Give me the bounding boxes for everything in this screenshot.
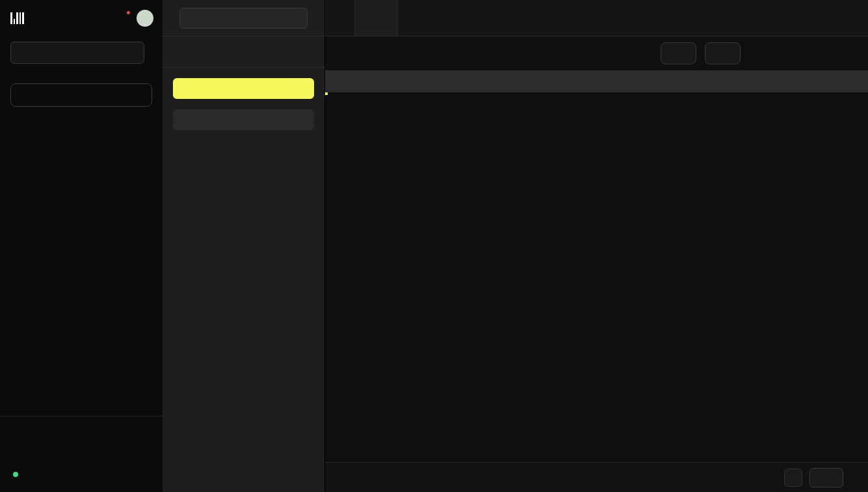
- chat-icon: [10, 448, 21, 459]
- refresh-data-button[interactable]: [838, 44, 858, 63]
- explorer-topbar: [163, 0, 324, 36]
- sidebar: [0, 0, 163, 492]
- database-selector[interactable]: [179, 8, 308, 29]
- clickhouse-logo-icon: [10, 12, 24, 24]
- queries-button[interactable]: [837, 13, 854, 23]
- explorer-tabs: [163, 36, 324, 68]
- organization-section: [0, 378, 163, 405]
- create-query-icon: [670, 48, 681, 59]
- table-icon: [236, 83, 246, 94]
- integrations-icon: [10, 428, 21, 438]
- data-grid: [325, 70, 868, 462]
- new-table-button[interactable]: [173, 78, 314, 99]
- sidebar-item-chat-support[interactable]: [10, 444, 152, 463]
- meetups-icon: [10, 389, 21, 400]
- page-number-input[interactable]: [809, 468, 843, 487]
- database-icon: [186, 13, 196, 23]
- workspace-row: [0, 36, 163, 73]
- status-dot: [13, 472, 18, 477]
- table-icon: [368, 13, 378, 23]
- system-status[interactable]: [10, 465, 152, 484]
- add-tab-button[interactable]: [398, 0, 429, 36]
- sort-button[interactable]: [777, 44, 796, 63]
- connect-wrap: [0, 73, 163, 117]
- connect-icon: [19, 90, 29, 100]
- main-area: [325, 0, 868, 492]
- queries-icon: [837, 13, 848, 23]
- grid-header: [325, 70, 868, 92]
- insert-row-icon: [715, 48, 725, 59]
- create-query-button[interactable]: [661, 42, 696, 64]
- prev-page-button[interactable]: [784, 469, 802, 487]
- notifications-button[interactable]: [116, 10, 131, 26]
- connect-button[interactable]: [10, 83, 152, 107]
- sidebar-footer: [0, 416, 163, 492]
- tab-cell-towers[interactable]: [355, 0, 398, 36]
- tab-queries[interactable]: [244, 36, 325, 67]
- strip-right: [837, 13, 868, 23]
- search-box: [173, 109, 314, 130]
- tab-tables[interactable]: [163, 36, 244, 67]
- avatar[interactable]: [137, 10, 153, 27]
- filter-button[interactable]: [749, 44, 769, 63]
- search-input[interactable]: [185, 115, 308, 125]
- export-button[interactable]: [810, 44, 830, 63]
- sidebar-item-meetups[interactable]: [10, 383, 152, 405]
- explorer-panel: [163, 0, 325, 492]
- home-button[interactable]: [325, 0, 355, 36]
- app-root: [0, 0, 868, 492]
- sidebar-item-integrations[interactable]: [10, 423, 152, 443]
- explorer-body: [163, 68, 324, 157]
- pagination: [784, 468, 858, 487]
- notification-dot: [126, 10, 131, 15]
- insert-row-button[interactable]: [705, 42, 741, 64]
- grid-footer: [325, 462, 868, 492]
- workspace-selector[interactable]: [10, 42, 144, 64]
- toolbar-actions: [661, 42, 858, 64]
- active-cell: [325, 92, 328, 95]
- sidebar-header: [0, 0, 163, 36]
- tab-strip: [325, 0, 868, 36]
- table-toolbar: [325, 36, 868, 70]
- selection-range: [325, 92, 326, 94]
